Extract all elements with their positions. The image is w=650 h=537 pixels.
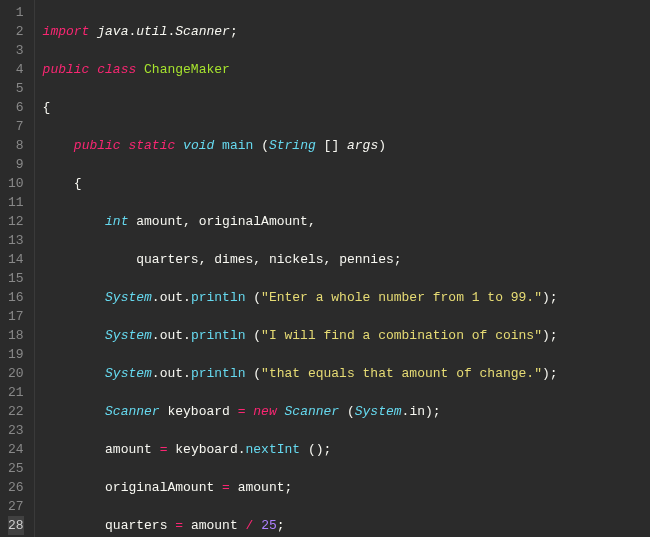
line-number: 23 [8,421,24,440]
line-number: 25 [8,459,24,478]
line-number: 11 [8,193,24,212]
line-number: 13 [8,231,24,250]
line-number: 27 [8,497,24,516]
code-line: System.out.println ("that equals that am… [43,364,558,383]
code-line: System.out.println ("Enter a whole numbe… [43,288,558,307]
line-number: 17 [8,307,24,326]
line-number: 10 [8,174,24,193]
line-number: 21 [8,383,24,402]
code-line: public static void main (String [] args) [43,136,558,155]
line-number: 8 [8,136,24,155]
line-number: 15 [8,269,24,288]
code-line: quarters, dimes, nickels, pennies; [43,250,558,269]
line-number: 4 [8,60,24,79]
code-line: import java.util.Scanner; [43,22,558,41]
line-number: 28 [8,516,24,535]
line-number: 12 [8,212,24,231]
code-line: { [43,98,558,117]
line-number: 3 [8,41,24,60]
line-number: 7 [8,117,24,136]
line-number: 9 [8,155,24,174]
line-number: 2 [8,22,24,41]
line-number: 6 [8,98,24,117]
code-editor: 1 2 3 4 5 6 7 8 9 10 11 12 13 14 15 16 1… [0,0,650,537]
line-number: 22 [8,402,24,421]
code-line: { [43,174,558,193]
code-line: System.out.println ("I will find a combi… [43,326,558,345]
line-number: 14 [8,250,24,269]
line-number: 5 [8,79,24,98]
line-number: 24 [8,440,24,459]
line-number: 1 [8,3,24,22]
code-line: quarters = amount / 25; [43,516,558,535]
line-number: 19 [8,345,24,364]
line-number: 18 [8,326,24,345]
line-number: 20 [8,364,24,383]
code-line: Scanner keyboard = new Scanner (System.i… [43,402,558,421]
code-line: public class ChangeMaker [43,60,558,79]
line-number-gutter: 1 2 3 4 5 6 7 8 9 10 11 12 13 14 15 16 1… [0,0,35,537]
code-line: originalAmount = amount; [43,478,558,497]
code-line: amount = keyboard.nextInt (); [43,440,558,459]
code-area[interactable]: import java.util.Scanner; public class C… [35,0,558,537]
line-number: 16 [8,288,24,307]
line-number: 26 [8,478,24,497]
code-line: int amount, originalAmount, [43,212,558,231]
